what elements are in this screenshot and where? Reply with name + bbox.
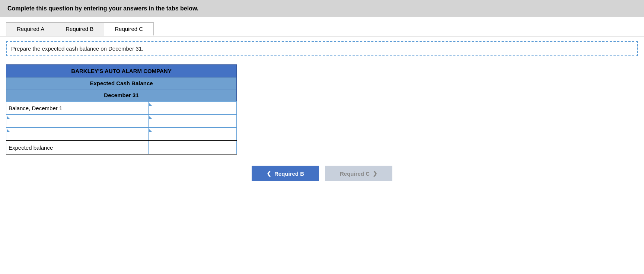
content-area: BARKLEY'S AUTO ALARM COMPANY Expected Ca… (0, 61, 644, 196)
row2-value-input[interactable] (151, 116, 234, 126)
row3-label-cell (6, 128, 149, 141)
row2-label-cell (6, 115, 149, 128)
nav-buttons: ❮ Required B Required C ❯ (6, 166, 638, 189)
data-table: Balance, December 1 (6, 101, 237, 154)
next-button[interactable]: Required C ❯ (325, 166, 392, 181)
row3-value-cell (148, 128, 236, 141)
next-chevron-icon: ❯ (373, 170, 377, 177)
table-title-header: Expected Cash Balance (6, 77, 237, 89)
row2-value-cell (148, 115, 236, 128)
row1-label-cell: Balance, December 1 (6, 102, 149, 115)
row1-value-input[interactable] (151, 103, 234, 113)
tab-required-b[interactable]: Required B (55, 22, 104, 36)
table-container: BARKLEY'S AUTO ALARM COMPANY Expected Ca… (6, 64, 237, 154)
next-button-label: Required C (340, 171, 370, 177)
table-row-expected-balance: Expected balance (6, 141, 237, 154)
top-banner: Complete this question by entering your … (0, 0, 644, 17)
tab-required-a[interactable]: Required A (6, 22, 55, 36)
row1-label: Balance, December 1 (9, 105, 62, 111)
instruction-text: Prepare the expected cash balance on Dec… (11, 45, 143, 52)
tab-required-c[interactable]: Required C (104, 22, 154, 36)
table-row (6, 128, 237, 141)
row4-label-cell: Expected balance (6, 141, 149, 154)
prev-chevron-icon: ❮ (267, 170, 271, 177)
row2-label-input[interactable] (9, 116, 146, 126)
table-date-header: December 31 (6, 89, 237, 101)
prev-button[interactable]: ❮ Required B (252, 166, 319, 181)
prev-button-label: Required B (274, 171, 304, 177)
row4-value-cell (148, 141, 236, 154)
table-row (6, 115, 237, 128)
table-row: Balance, December 1 (6, 102, 237, 115)
row1-value-cell (148, 102, 236, 115)
expected-balance-label: Expected balance (9, 144, 53, 151)
tabs-container: Required A Required B Required C (0, 17, 644, 36)
instruction-box: Prepare the expected cash balance on Dec… (6, 41, 638, 56)
row3-label-input[interactable] (9, 129, 146, 139)
row4-value-input[interactable] (151, 143, 234, 152)
row3-value-input[interactable] (151, 129, 234, 139)
company-name-header: BARKLEY'S AUTO ALARM COMPANY (6, 64, 237, 77)
